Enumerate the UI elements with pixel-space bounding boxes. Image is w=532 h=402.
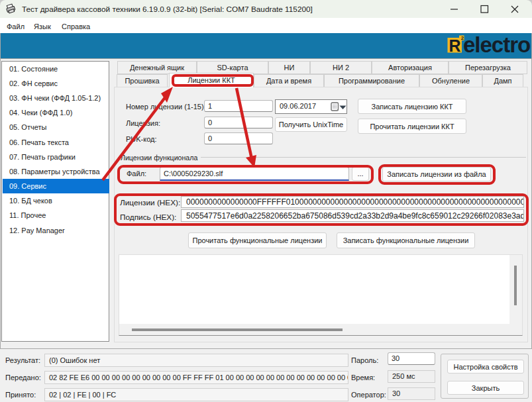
svg-text:R: R — [449, 36, 460, 55]
svg-text:electro: electro — [463, 33, 530, 57]
